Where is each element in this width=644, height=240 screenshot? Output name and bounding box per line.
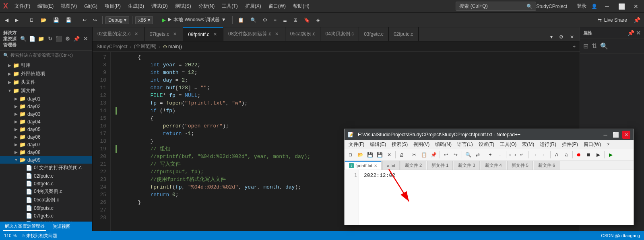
np-save-all-button[interactable]: 💾 xyxy=(375,150,384,159)
save-button[interactable]: 💾 xyxy=(51,16,62,24)
global-search-bar[interactable]: 搜索 (Ctrl+Q) 🔍 xyxy=(456,2,536,11)
run-button[interactable]: ▶ ▶ 本地 Windows 调试器 ▼ xyxy=(159,15,229,25)
menu-tools[interactable]: 工具(T) xyxy=(219,1,241,11)
np-menu-window[interactable]: 窗口(W) xyxy=(581,140,603,149)
np-macro-record-button[interactable]: ⏺ xyxy=(574,150,583,159)
menu-build[interactable]: 生成(B) xyxy=(125,1,147,11)
np-lowercase-button[interactable]: a xyxy=(562,150,571,159)
np-tab-new2[interactable]: 新文件 2 xyxy=(400,161,426,170)
arch-dropdown[interactable]: x86 ▾ xyxy=(135,16,153,24)
np-macro-play-button[interactable]: ▶ xyxy=(594,150,603,159)
live-share-button[interactable]: ⇆ Live Share xyxy=(594,16,630,24)
np-redo-button[interactable]: ↪ xyxy=(451,150,460,159)
notepad-close-button[interactable]: ✕ xyxy=(622,131,630,139)
menu-analyze[interactable]: 分析(N) xyxy=(195,1,218,11)
np-undo-button[interactable]: ↩ xyxy=(442,150,450,159)
np-copy-button[interactable]: 📋 xyxy=(419,150,428,159)
property-close-icon[interactable]: ✕ xyxy=(636,30,641,36)
tab-08-file-ops[interactable]: 08文件版四则运算.c ✕ xyxy=(223,27,285,41)
menu-edit[interactable]: 编辑(E) xyxy=(34,1,57,11)
forward-button[interactable]: ▶ xyxy=(12,16,21,24)
tab-02fputc[interactable]: 02fputc.c xyxy=(389,27,419,41)
menu-git[interactable]: Git(G) xyxy=(81,2,101,11)
np-close-button[interactable]: ✕ xyxy=(385,150,394,159)
tree-item-day09[interactable]: ▼ 📂 day09 xyxy=(0,156,92,164)
tab-02-variables[interactable]: 02变量的定义.c ✕ xyxy=(93,27,145,41)
property-grid-icon[interactable]: ⊞ xyxy=(583,42,588,50)
toolbar-icon-6[interactable]: ⊞ xyxy=(291,16,300,24)
tree-item-headers[interactable]: ▶ 📁 头文件 xyxy=(0,78,92,86)
minimize-button[interactable]: ─ xyxy=(602,2,612,11)
np-open-button[interactable]: 📂 xyxy=(356,150,365,159)
tab-07fgets[interactable]: 07fgets.c ✕ xyxy=(145,27,184,41)
tab-close-icon[interactable]: ✕ xyxy=(274,31,280,37)
np-print-button[interactable]: 🖨 xyxy=(397,150,406,159)
login-label[interactable]: 登录 xyxy=(577,3,586,10)
tree-item-file3[interactable]: 📄 03fgetc.c xyxy=(0,180,92,187)
np-menu-file[interactable]: 文件(F) xyxy=(346,140,367,149)
np-menu-run[interactable]: 运行(R) xyxy=(537,140,559,149)
sidebar-refresh-icon[interactable]: ↻ xyxy=(46,35,54,43)
tree-item-day04[interactable]: ▶ 📁 day04 xyxy=(0,118,92,125)
np-uppercase-button[interactable]: A xyxy=(552,150,561,159)
toolbar-icon-1[interactable]: 📋 xyxy=(235,16,246,24)
tree-item-external[interactable]: ▶ 📁 外部依赖项 xyxy=(0,70,92,78)
breadcrumb-project[interactable]: StudyCProject xyxy=(97,44,128,49)
np-replace-button[interactable]: ⇄ xyxy=(473,150,482,159)
np-sync-scroll-button[interactable]: ⟷ xyxy=(508,150,517,159)
tab-overflow-button[interactable]: ▾ xyxy=(548,33,555,41)
np-tab-new4[interactable]: 新文件 4 xyxy=(481,161,506,170)
tab-05cat[interactable]: 05cat案例.c xyxy=(285,27,321,41)
np-tab-a-txt[interactable]: a.txt xyxy=(382,161,400,170)
np-save-button[interactable]: 💾 xyxy=(365,150,374,159)
property-sort-icon[interactable]: ⇅ xyxy=(592,42,597,50)
np-find-button[interactable]: 🔍 xyxy=(464,150,473,159)
tree-item-day08[interactable]: ▶ 📁 day08 xyxy=(0,148,92,156)
tab-close-icon[interactable]: ✕ xyxy=(133,31,140,37)
sidebar-search-icon[interactable]: 🔍 xyxy=(20,35,27,43)
open-file-button[interactable]: 📂 xyxy=(38,16,49,24)
tree-item-day01[interactable]: ▶ 📁 day01 xyxy=(0,95,92,103)
back-button[interactable]: ◀ xyxy=(2,16,11,24)
np-tab-new5[interactable]: 新文件 5 xyxy=(507,161,533,170)
np-tab-new6[interactable]: 新文件 6 xyxy=(534,161,559,170)
np-menu-edit[interactable]: 编辑(E) xyxy=(367,140,388,149)
close-button[interactable]: ✕ xyxy=(631,2,641,11)
toolbar-icon-4[interactable]: ≡ xyxy=(271,16,279,24)
menu-view[interactable]: 视图(V) xyxy=(58,1,80,11)
tab-04copy[interactable]: 04拷贝案例.c xyxy=(320,27,359,41)
np-menu-search[interactable]: 搜索(S) xyxy=(389,140,410,149)
tree-item-file2[interactable]: 📄 02fputc.c xyxy=(0,172,92,180)
undo-button[interactable]: ↩ xyxy=(80,16,89,24)
tree-item-file6[interactable]: 📄 06fputs.c xyxy=(0,204,92,212)
tree-item-file7[interactable]: 📄 07fgets.c xyxy=(0,212,92,219)
tab-close-icon[interactable]: ✕ xyxy=(212,31,218,38)
tree-item-sources[interactable]: ▼ 📁 源文件 xyxy=(0,86,92,95)
np-menu-tools[interactable]: 工具(O) xyxy=(497,140,519,149)
np-menu-macro[interactable]: 宏(M) xyxy=(520,140,537,149)
tab-settings-icon[interactable]: ⚙ xyxy=(557,33,566,41)
tree-item-day06[interactable]: ▶ 📁 day06 xyxy=(0,133,92,141)
np-macro-stop-button[interactable]: ⏹ xyxy=(584,150,593,159)
notepad-minimize-button[interactable]: ─ xyxy=(601,131,609,139)
notepad-restore-button[interactable]: ⬜ xyxy=(612,131,620,139)
toolbar-icon-7[interactable]: 🔖 xyxy=(301,16,312,24)
np-tab-fprintf[interactable]: t fprintf.txt ✕ xyxy=(345,161,382,170)
toolbar-icon-8[interactable]: ◈ xyxy=(314,16,322,24)
menu-test[interactable]: 测试(S) xyxy=(172,1,194,11)
sidebar-close-icon[interactable]: ✕ xyxy=(82,35,89,43)
tree-item-references[interactable]: ▶ 📁 引用 xyxy=(0,61,92,70)
sidebar-footer-tab-solution[interactable]: 解决方案资源管理器 xyxy=(3,222,46,231)
tree-item-day03[interactable]: ▶ 📁 day03 xyxy=(0,110,92,118)
np-tab-close-icon[interactable]: ✕ xyxy=(374,164,377,168)
tree-item-file4[interactable]: 📄 04拷贝案例.c xyxy=(0,187,92,196)
tab-03fgetc[interactable]: 03fgetc.c xyxy=(359,27,389,41)
np-menu-settings[interactable]: 设置(T) xyxy=(476,140,497,149)
menu-debug[interactable]: 调试(D) xyxy=(148,1,171,11)
sidebar-collapse-icon[interactable]: ⬛ xyxy=(55,35,62,43)
menu-project[interactable]: 项目(P) xyxy=(101,1,124,11)
tree-item-file5[interactable]: 📄 05cat案例.c xyxy=(0,196,92,204)
np-paste-button[interactable]: 📌 xyxy=(429,150,438,159)
np-cut-button[interactable]: ✂ xyxy=(410,150,419,159)
sidebar-settings-icon[interactable]: ⚙ xyxy=(64,35,71,43)
